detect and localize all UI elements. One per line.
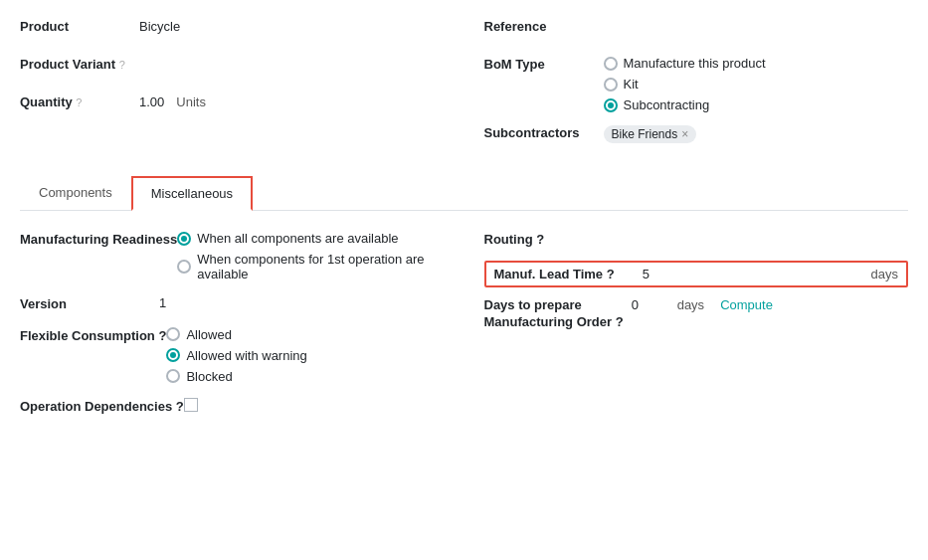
flexible-radio-blocked [166,369,180,383]
tab-bar: Components Miscellaneous [20,176,908,211]
readiness-options: When all components are available When c… [177,229,444,281]
flexible-allowed-label: Allowed [186,327,232,342]
left-fields: Product Bicycle Product Variant ? Quanti… [20,16,445,160]
flexible-allowed-warning[interactable]: Allowed with warning [166,348,444,363]
quantity-help: ? [76,96,82,108]
product-value[interactable]: Bicycle [139,16,445,34]
misc-right-col: Routing ? Manuf. Lead Time ? 5 days Days… [484,229,909,428]
readiness-first-operation[interactable]: When components for 1st operation are av… [177,252,444,281]
manuf-lead-time-help: ? [607,267,615,281]
bom-radio-kit [604,78,618,92]
misc-left-col: Manufacturing Readiness When all compone… [20,229,445,428]
bom-type-options: Manufacture this product Kit Subcontract… [604,54,766,112]
bom-type-label: BoM Type [484,54,604,72]
routing-row: Routing ? [484,229,909,249]
readiness-all-label: When all components are available [197,231,398,246]
reference-value[interactable] [604,16,909,19]
quantity-units: Units [176,94,206,109]
top-form-section: Product Bicycle Product Variant ? Quanti… [20,16,908,160]
quantity-label: Quantity ? [20,92,139,109]
manuf-lead-time-value[interactable]: 5 [623,267,863,281]
flexible-radio-allowed [166,327,180,341]
days-prepare-help: ? [616,314,624,329]
readiness-radio-first [177,260,191,274]
days-prepare-unit: days [677,297,704,312]
quantity-value[interactable]: 1.00 [139,94,164,109]
manuf-lead-time-unit: days [871,267,898,281]
bom-option-subcontracting[interactable]: Subcontracting [604,97,766,112]
bom-type-row: BoM Type Manufacture this product Kit Su… [484,54,909,112]
version-label: Version [20,293,159,313]
days-prepare-value[interactable]: 0 [632,297,661,312]
operation-deps-row: Operation Dependencies ? [20,396,445,416]
flexible-blocked[interactable]: Blocked [166,369,444,384]
manufacturing-readiness-label: Manufacturing Readiness [20,229,177,249]
compute-button[interactable]: Compute [720,297,773,312]
flexible-allowed[interactable]: Allowed [166,327,444,342]
product-label: Product [20,16,139,34]
manufacturing-readiness-row: Manufacturing Readiness When all compone… [20,229,445,281]
flexible-radio-warning [166,348,180,362]
quantity-value-container: 1.00 Units [139,92,445,109]
days-prepare-label: Days to prepareManufacturing Order ? [484,297,624,331]
subcontractors-value: Bike Friends × [604,122,909,143]
subcontractors-row: Subcontractors Bike Friends × [484,122,909,150]
flexible-consumption-row: Flexible Consumption ? Allowed Allowed w… [20,325,445,384]
operation-deps-checkbox[interactable] [184,398,198,412]
subcontracting-label: Subcontracting [624,97,710,112]
product-variant-help: ? [119,59,125,71]
subcontractors-label: Subcontractors [484,122,604,140]
product-variant-value[interactable] [139,54,445,57]
right-fields: Reference BoM Type Manufacture this prod… [484,16,909,160]
reference-row: Reference [484,16,909,44]
flexible-blocked-label: Blocked [186,369,232,384]
flexible-options: Allowed Allowed with warning Blocked [166,325,444,384]
manuf-lead-time-label: Manuf. Lead Time ? [494,267,615,281]
bom-option-manufacture[interactable]: Manufacture this product [604,56,766,71]
flexible-consumption-label: Flexible Consumption ? [20,325,166,345]
version-row: Version 1 [20,293,445,313]
operation-deps-help: ? [176,399,184,414]
bom-radio-subcontracting [604,98,618,112]
reference-label: Reference [484,16,604,34]
version-value[interactable]: 1 [159,293,445,310]
days-prepare-row: Days to prepareManufacturing Order ? 0 d… [484,297,909,331]
flexible-consumption-help: ? [158,328,166,343]
manuf-lead-time-row: Manuf. Lead Time ? 5 days [484,261,909,287]
tab-components[interactable]: Components [20,176,131,211]
routing-help: ? [536,232,544,247]
tab-miscellaneous[interactable]: Miscellaneous [131,176,253,211]
readiness-first-label: When components for 1st operation are av… [197,252,444,281]
subcontractor-tag[interactable]: Bike Friends × [604,125,697,143]
bom-radio-manufacture [604,57,618,71]
product-row: Product Bicycle [20,16,445,44]
subcontractor-name: Bike Friends [612,127,678,141]
subcontractor-remove-icon[interactable]: × [681,127,688,141]
misc-content: Manufacturing Readiness When all compone… [20,229,908,428]
readiness-all-components[interactable]: When all components are available [177,231,444,246]
product-variant-row: Product Variant ? [20,54,445,82]
routing-value[interactable] [624,229,909,231]
routing-label: Routing ? [484,229,624,249]
quantity-row: Quantity ? 1.00 Units [20,92,445,119]
operation-deps-value [184,396,445,415]
flexible-warning-label: Allowed with warning [186,348,306,363]
bom-option-kit[interactable]: Kit [604,77,766,92]
readiness-radio-all [177,232,191,246]
product-variant-label: Product Variant ? [20,54,139,72]
operation-deps-label: Operation Dependencies ? [20,396,184,416]
